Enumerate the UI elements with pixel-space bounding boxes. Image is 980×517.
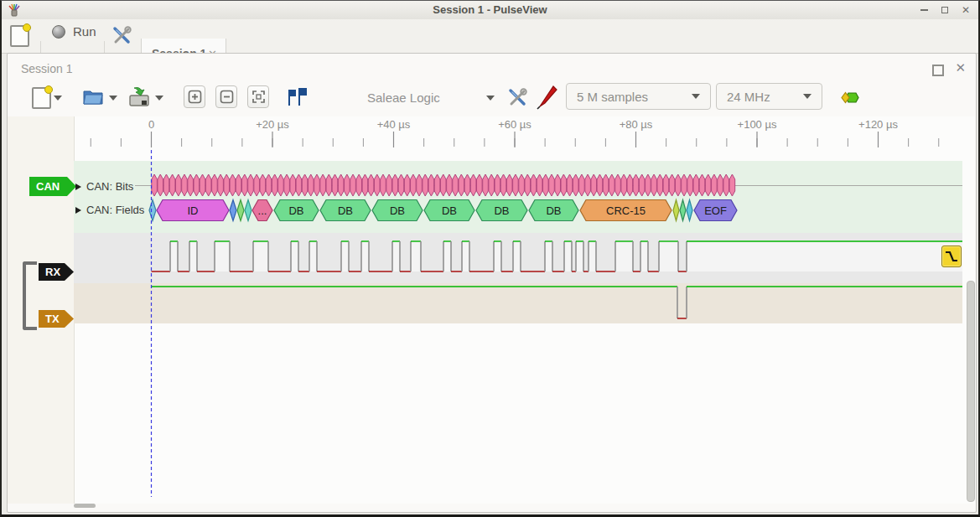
ruler-label: 0 bbox=[148, 118, 154, 131]
zoom-fit-button[interactable] bbox=[247, 85, 269, 108]
run-button[interactable]: Run bbox=[52, 24, 96, 39]
sample-rate-select[interactable]: 24 MHz bbox=[716, 83, 822, 110]
ruler-label: +120 µs bbox=[858, 118, 898, 131]
sample-count-select[interactable]: 5 M samples bbox=[566, 83, 711, 110]
rx-channel-band bbox=[74, 233, 962, 283]
save-file-dropdown-icon[interactable] bbox=[155, 96, 163, 101]
open-file-dropdown-icon[interactable] bbox=[109, 96, 117, 101]
channels-probe-icon[interactable] bbox=[537, 85, 558, 110]
device-dropdown-icon[interactable] bbox=[486, 96, 495, 101]
falling-edge-icon bbox=[942, 246, 961, 266]
zoom-in-button[interactable] bbox=[184, 85, 205, 108]
decoder-row-fields[interactable]: CAN: Fields bbox=[75, 204, 144, 216]
sample-count-value: 5 M samples bbox=[577, 90, 648, 104]
save-file-icon[interactable] bbox=[127, 85, 151, 108]
zoom-fit-icon bbox=[251, 90, 266, 104]
tx-channel-band bbox=[74, 283, 962, 323]
ruler-label: +20 µs bbox=[256, 118, 289, 131]
zoom-in-icon bbox=[188, 90, 202, 104]
settings-tools-icon[interactable] bbox=[111, 25, 132, 46]
minimize-icon[interactable] bbox=[920, 9, 928, 11]
open-file-icon[interactable] bbox=[82, 87, 105, 106]
add-decoder-icon[interactable] bbox=[837, 90, 860, 106]
decoder-tag-label: CAN bbox=[36, 180, 60, 193]
decoder-band bbox=[74, 161, 962, 233]
ruler-label: +60 µs bbox=[498, 118, 531, 131]
new-file-button[interactable] bbox=[32, 87, 51, 109]
close-icon[interactable]: ✕ bbox=[962, 5, 970, 15]
maximize-icon[interactable] bbox=[941, 7, 948, 13]
new-session-icon bbox=[10, 25, 29, 47]
dock-float-icon[interactable] bbox=[932, 65, 944, 76]
sample-count-dropdown-icon bbox=[692, 94, 700, 99]
window-title: Session 1 - PulseView bbox=[2, 3, 978, 16]
horizontal-scrollbar-thumb[interactable] bbox=[74, 504, 96, 508]
channel-tag-label: RX bbox=[45, 266, 60, 278]
sample-rate-value: 24 MHz bbox=[727, 90, 770, 104]
run-state-icon bbox=[52, 25, 65, 39]
device-config-icon[interactable] bbox=[507, 87, 528, 108]
zoom-out-button[interactable] bbox=[215, 85, 237, 108]
zoom-out-icon bbox=[220, 90, 234, 104]
time-ruler: 0+20 µs+40 µs+60 µs+80 µs+100 µs+120 µs bbox=[2, 118, 980, 132]
main-toolbar: Run Session 1 ✕ bbox=[2, 19, 978, 54]
ruler-label: +80 µs bbox=[620, 118, 653, 131]
channel-group-bracket[interactable] bbox=[23, 261, 37, 330]
vertical-scrollbar-thumb[interactable] bbox=[967, 281, 975, 502]
trigger-marker-button[interactable] bbox=[941, 246, 962, 267]
decoder-tag-can[interactable]: CAN bbox=[29, 177, 76, 196]
decoder-row-label: CAN: Fields bbox=[86, 204, 144, 216]
decoder-row-bits[interactable]: CAN: Bits bbox=[75, 180, 133, 193]
dock-header-title: Session 1 bbox=[21, 62, 72, 75]
sample-rate-dropdown-icon bbox=[803, 94, 811, 99]
window-titlebar: Session 1 - PulseView ✕ bbox=[2, 1, 978, 20]
expand-arrow-icon[interactable] bbox=[75, 184, 81, 190]
ruler-label: +40 µs bbox=[377, 118, 411, 131]
new-session-button[interactable] bbox=[10, 25, 29, 47]
new-file-dropdown-icon[interactable] bbox=[54, 96, 62, 101]
run-label: Run bbox=[73, 24, 96, 39]
decoder-row-label: CAN: Bits bbox=[86, 180, 133, 193]
channel-tag-label: TX bbox=[45, 313, 60, 325]
device-selector-label[interactable]: Saleae Logic bbox=[367, 90, 440, 105]
trigger-flags-icon[interactable] bbox=[285, 86, 309, 107]
dock-close-icon[interactable]: ✕ bbox=[955, 60, 966, 75]
ruler-label: +100 µs bbox=[738, 118, 777, 131]
expand-arrow-icon[interactable] bbox=[75, 207, 81, 214]
new-file-icon bbox=[32, 87, 51, 109]
